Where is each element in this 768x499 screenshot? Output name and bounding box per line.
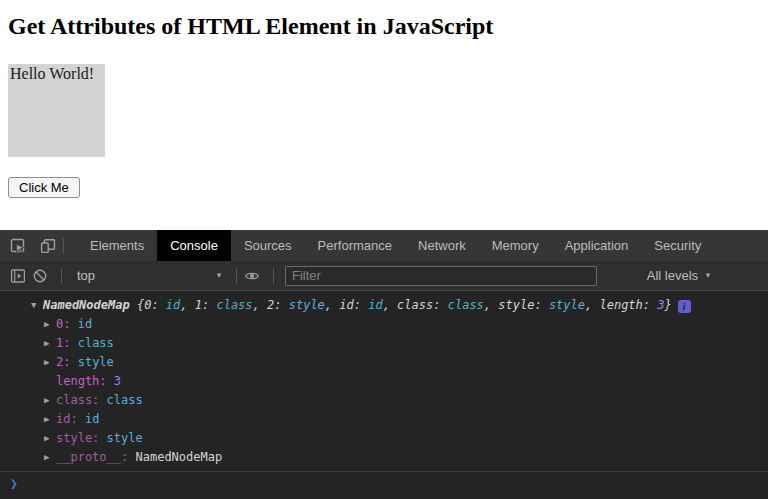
tab-security[interactable]: Security bbox=[641, 230, 714, 261]
expand-arrow-icon[interactable]: ▼ bbox=[31, 296, 43, 315]
preview-value: 3 bbox=[657, 298, 664, 312]
log-levels-dropdown[interactable]: All levels ▼ bbox=[647, 268, 712, 283]
preview-value: class bbox=[448, 298, 484, 312]
expand-arrow-icon[interactable]: ▶ bbox=[44, 353, 56, 372]
property-value: NamedNodeMap bbox=[135, 450, 222, 464]
property-key: class: bbox=[56, 393, 99, 407]
console-row[interactable]: ▶id: id bbox=[0, 410, 768, 429]
property-key: 1: bbox=[56, 336, 70, 350]
devtools-tabs: ElementsConsoleSourcesPerformanceNetwork… bbox=[77, 230, 714, 261]
web-page: Get Attributes of HTML Element in JavaSc… bbox=[0, 0, 768, 230]
object-constructor-name: NamedNodeMap bbox=[43, 298, 130, 312]
tab-sources[interactable]: Sources bbox=[231, 230, 305, 261]
page-title: Get Attributes of HTML Element in JavaSc… bbox=[8, 13, 493, 40]
property-value: id bbox=[78, 317, 92, 331]
info-badge-icon[interactable]: i bbox=[678, 300, 691, 313]
divider bbox=[273, 268, 274, 284]
devtools-panel: ElementsConsoleSourcesPerformanceNetwork… bbox=[0, 230, 768, 499]
preview-key: 2: bbox=[267, 298, 281, 312]
preview-key: id: bbox=[339, 298, 361, 312]
click-me-button[interactable]: Click Me bbox=[8, 177, 80, 198]
console-row[interactable]: ▶1: class bbox=[0, 334, 768, 353]
property-value: class bbox=[107, 393, 143, 407]
console-row[interactable]: ▶style: style bbox=[0, 429, 768, 448]
context-selector[interactable]: top ▼ bbox=[71, 268, 229, 283]
property-key: 2: bbox=[56, 355, 70, 369]
hello-world-box: Hello World! bbox=[8, 64, 105, 157]
property-value: style bbox=[107, 431, 143, 445]
preview-key: length: bbox=[599, 298, 650, 312]
console-object-preview[interactable]: ▼NamedNodeMap {0: id, 1: class, 2: style… bbox=[0, 296, 768, 315]
tab-performance[interactable]: Performance bbox=[305, 230, 405, 261]
console-toolbar: top ▼ All levels ▼ bbox=[0, 261, 768, 291]
console-row[interactable]: length: 3 bbox=[0, 372, 768, 391]
chevron-down-icon: ▼ bbox=[215, 271, 223, 280]
expand-arrow-icon[interactable]: ▶ bbox=[44, 334, 56, 353]
console-row[interactable]: ▶2: style bbox=[0, 353, 768, 372]
preview-value: id bbox=[368, 298, 382, 312]
show-console-sidebar-icon[interactable] bbox=[10, 268, 26, 284]
console-row[interactable]: ▶0: id bbox=[0, 315, 768, 334]
preview-value: class bbox=[216, 298, 252, 312]
expand-arrow-icon[interactable]: ▶ bbox=[44, 429, 56, 448]
preview-key: 0: bbox=[144, 298, 158, 312]
tab-console[interactable]: Console bbox=[157, 230, 231, 261]
console-row[interactable]: ▶__proto__: NamedNodeMap bbox=[0, 448, 768, 467]
context-selector-label: top bbox=[77, 268, 95, 283]
expand-arrow-icon[interactable]: ▶ bbox=[44, 391, 56, 410]
console-object-rows: ▶0: id▶1: class▶2: stylelength: 3▶class:… bbox=[0, 315, 768, 467]
console-messages: ▼NamedNodeMap {0: id, 1: class, 2: style… bbox=[0, 291, 768, 471]
tabbar-icons bbox=[0, 230, 56, 261]
property-value: 3 bbox=[114, 374, 121, 388]
tab-application[interactable]: Application bbox=[552, 230, 642, 261]
chevron-down-icon: ▼ bbox=[704, 271, 712, 280]
expand-arrow-icon[interactable]: ▶ bbox=[44, 410, 56, 429]
tab-network[interactable]: Network bbox=[405, 230, 479, 261]
preview-value: style bbox=[549, 298, 585, 312]
property-key: style: bbox=[56, 431, 99, 445]
property-value: class bbox=[78, 336, 114, 350]
preview-value: style bbox=[289, 298, 325, 312]
clear-console-icon[interactable] bbox=[32, 268, 48, 284]
divider bbox=[236, 268, 237, 284]
filter-input[interactable] bbox=[285, 266, 597, 286]
tab-elements[interactable]: Elements bbox=[77, 230, 157, 261]
preview-key: style: bbox=[498, 298, 541, 312]
divider bbox=[61, 268, 62, 284]
inspect-element-icon[interactable] bbox=[10, 238, 26, 254]
console-row[interactable]: ▶class: class bbox=[0, 391, 768, 410]
expand-arrow-icon[interactable]: ▶ bbox=[44, 315, 56, 334]
preview-value: id bbox=[166, 298, 180, 312]
preview-key: 1: bbox=[195, 298, 209, 312]
log-levels-label: All levels bbox=[647, 268, 698, 283]
preview-key: class: bbox=[397, 298, 440, 312]
property-value: id bbox=[85, 412, 99, 426]
property-key: id: bbox=[56, 412, 78, 426]
property-key: length: bbox=[56, 374, 107, 388]
property-key: 0: bbox=[56, 317, 70, 331]
hello-world-text: Hello World! bbox=[10, 65, 94, 82]
expand-arrow-icon[interactable]: ▶ bbox=[44, 448, 56, 467]
device-toolbar-icon[interactable] bbox=[40, 238, 56, 254]
property-key: __proto__: bbox=[56, 450, 128, 464]
tab-memory[interactable]: Memory bbox=[479, 230, 552, 261]
devtools-tabbar: ElementsConsoleSourcesPerformanceNetwork… bbox=[0, 230, 768, 261]
prompt-chevron-icon: ❯ bbox=[10, 476, 18, 491]
property-value: style bbox=[78, 355, 114, 369]
console-prompt[interactable]: ❯ bbox=[0, 471, 768, 499]
live-expression-eye-icon[interactable] bbox=[244, 268, 260, 284]
divider bbox=[63, 238, 64, 254]
